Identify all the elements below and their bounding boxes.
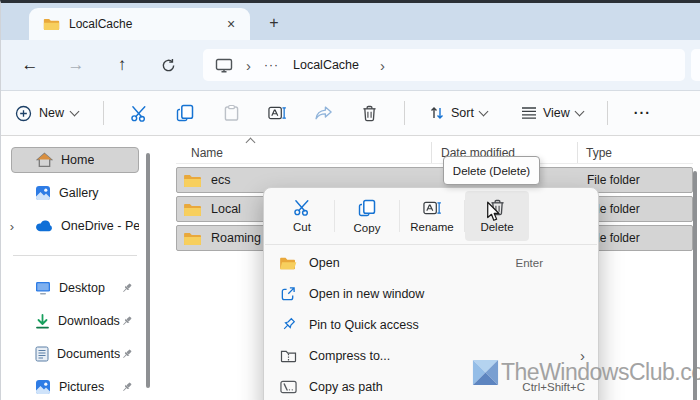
see-more-icon[interactable]: ··· [634, 105, 651, 121]
toolbar-divider [404, 101, 405, 125]
menu-item-label: Pin to Quick access [309, 318, 419, 332]
copy-icon [176, 104, 194, 122]
toolbar-divider [607, 101, 608, 125]
context-cut-button[interactable]: Cut [270, 191, 334, 241]
sidebar-item-label: OneDrive - Pers [61, 219, 139, 233]
delete-button[interactable] [346, 95, 392, 131]
sidebar-item-documents[interactable]: Documents [11, 341, 139, 367]
cut-button[interactable] [116, 95, 162, 131]
pin-icon [121, 282, 133, 294]
paste-icon [224, 104, 239, 122]
column-header-name[interactable]: Name [176, 142, 432, 163]
copy-button[interactable] [162, 95, 208, 131]
pin-outline-icon [277, 317, 299, 332]
tab-title: LocalCache [69, 17, 222, 31]
watermark-text: TheWindowsClub.com [501, 359, 700, 386]
context-menu-command-row: Cut Copy Rename Delete [264, 188, 598, 244]
breadcrumb-chevron-icon[interactable]: › [380, 57, 385, 74]
pin-icon [121, 315, 133, 327]
forward-icon[interactable]: → [61, 50, 91, 80]
navigation-pane: Home Gallery › OneDrive - Pers Desktop [1, 136, 153, 400]
menu-item-label: Copy as path [309, 380, 383, 394]
pin-icon [121, 381, 133, 393]
home-icon [36, 152, 53, 168]
sidebar-item-label: Gallery [59, 186, 99, 200]
new-tab-button[interactable]: + [261, 10, 287, 36]
plus-circle-icon [15, 105, 32, 122]
chevron-down-icon [478, 106, 488, 116]
sidebar-item-label: Desktop [59, 281, 105, 295]
breadcrumb-ellipsis-icon[interactable]: ··· [264, 58, 279, 72]
pictures-icon [35, 379, 51, 395]
breadcrumb-location[interactable]: LocalCache [293, 58, 359, 72]
menu-item-shortcut: Enter [516, 257, 544, 269]
sidebar-divider [13, 255, 137, 256]
sidebar-item-pictures[interactable]: Pictures [11, 374, 139, 400]
share-icon [314, 105, 333, 121]
file-name: Local [211, 202, 241, 216]
back-icon[interactable]: ← [15, 50, 45, 80]
menu-item-pin-to-quick-access[interactable]: Pin to Quick access [264, 309, 598, 340]
column-header-type[interactable]: Type [578, 142, 693, 163]
sidebar-item-onedrive[interactable]: › OneDrive - Pers [11, 213, 139, 239]
view-list-icon [521, 106, 537, 120]
breadcrumb-chevron-icon: › [246, 57, 251, 74]
sidebar-item-desktop[interactable]: Desktop [11, 275, 139, 301]
command-label: Copy [354, 222, 381, 234]
explorer-tab[interactable]: LocalCache × [29, 8, 250, 40]
mouse-cursor-icon [486, 201, 502, 223]
scissors-icon [130, 105, 149, 122]
thewindowsclub-logo-icon [472, 359, 499, 386]
file-explorer-window: LocalCache × + ← → ↑ › ··· LocalCache › … [0, 0, 700, 400]
watermark: TheWindowsClub.com [472, 359, 700, 386]
compress-zip-icon [277, 349, 299, 363]
up-icon[interactable]: ↑ [107, 50, 137, 80]
onedrive-cloud-icon [35, 220, 53, 232]
menu-item-open[interactable]: Open Enter [264, 247, 598, 278]
title-bar: LocalCache × + [1, 3, 700, 40]
command-label: Cut [293, 221, 311, 233]
file-name: ecs [211, 173, 230, 187]
open-folder-icon [277, 256, 299, 270]
command-toolbar: New Sort View [1, 91, 700, 136]
sidebar-item-label: Home [61, 153, 94, 167]
share-button[interactable] [300, 95, 346, 131]
folder-icon [43, 17, 60, 31]
gallery-icon [35, 185, 51, 201]
new-button[interactable]: New [15, 105, 91, 122]
pin-icon [121, 348, 133, 360]
folder-icon [183, 173, 202, 188]
this-pc-icon [215, 58, 233, 73]
sidebar-item-label: Pictures [59, 380, 104, 394]
address-bar[interactable]: › ··· LocalCache › [203, 49, 685, 81]
menu-item-open-in-new-window[interactable]: Open in new window [264, 278, 598, 309]
navigation-bar: ← → ↑ › ··· LocalCache › [1, 40, 700, 91]
view-button[interactable]: View [509, 95, 595, 131]
chevron-down-icon [574, 106, 584, 116]
sidebar-item-downloads[interactable]: Downloads [11, 308, 139, 334]
sidebar-scrollbar[interactable] [146, 153, 150, 388]
sort-arrows-icon [429, 105, 445, 121]
sidebar-item-home[interactable]: Home [11, 147, 139, 173]
context-copy-button[interactable]: Copy [335, 191, 399, 241]
copy-icon [358, 199, 376, 217]
copy-as-path-icon [277, 380, 299, 394]
search-box[interactable] [691, 49, 700, 81]
menu-item-label: Open in new window [309, 287, 424, 301]
sidebar-item-gallery[interactable]: Gallery [11, 180, 139, 206]
sidebar-item-label: Documents [57, 347, 120, 361]
open-new-window-icon [277, 286, 299, 302]
menu-item-label: Compress to... [309, 349, 390, 363]
rename-button[interactable] [254, 95, 300, 131]
context-rename-button[interactable]: Rename [400, 191, 464, 241]
column-headers: Name Date modified Type [176, 142, 693, 164]
sort-button[interactable]: Sort [417, 95, 499, 131]
scissors-icon [293, 199, 312, 216]
close-tab-icon[interactable]: × [222, 16, 240, 32]
sort-button-label: Sort [451, 106, 474, 120]
sidebar-item-label: Downloads [58, 314, 120, 328]
trash-icon [362, 105, 377, 122]
paste-button[interactable] [208, 95, 254, 131]
refresh-icon[interactable] [153, 50, 183, 80]
expand-chevron-icon[interactable]: › [5, 219, 19, 234]
